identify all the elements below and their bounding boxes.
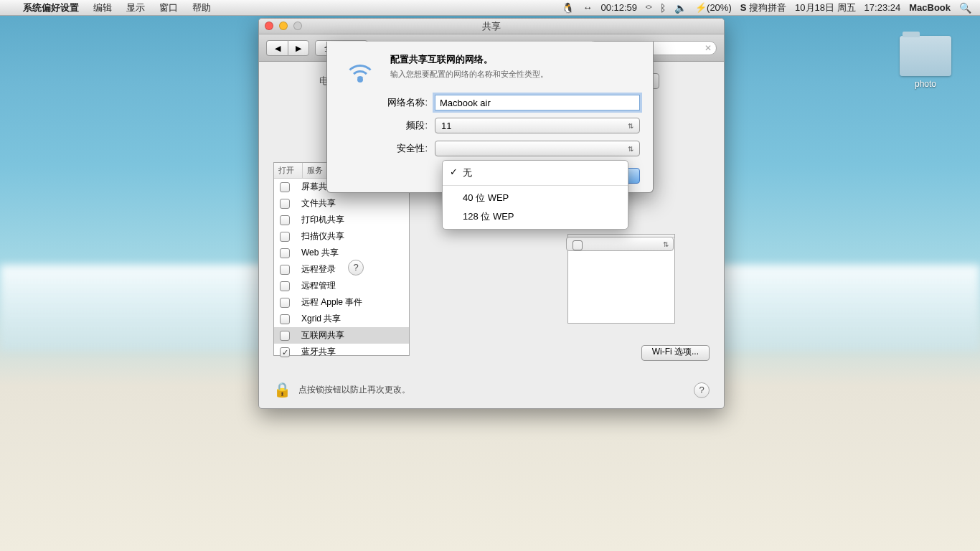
service-checkbox[interactable] [280, 199, 290, 209]
service-row[interactable]: 文件共享 [274, 195, 409, 212]
menu-view[interactable]: 显示 [119, 0, 152, 16]
spotlight-icon[interactable]: 🔍 [959, 2, 971, 14]
minimize-button[interactable] [279, 22, 288, 30]
forward-button[interactable]: ▶ [288, 40, 309, 56]
col-on-header[interactable]: 打开 [274, 163, 303, 178]
wifi-large-icon [340, 53, 380, 85]
service-row[interactable]: Web 共享 [274, 245, 409, 261]
service-label: 远程登录 [301, 263, 336, 276]
network-name-label: 网络名称: [363, 96, 435, 109]
service-checkbox[interactable] [280, 331, 290, 341]
security-label: 安全性: [363, 142, 435, 155]
folder-icon [900, 36, 951, 76]
host-name[interactable]: MacBook [909, 2, 951, 13]
service-checkbox[interactable] [280, 265, 290, 275]
service-row[interactable]: 打印机共享 [274, 212, 409, 228]
service-checkbox[interactable] [280, 215, 290, 225]
zoom-button [293, 22, 302, 30]
menu-help[interactable]: 帮助 [185, 0, 218, 16]
menubar-time: 17:23:24 [864, 2, 901, 13]
folder-label: photo [900, 79, 951, 89]
wifi-icon[interactable]: ⌔ [646, 2, 651, 14]
service-checkbox[interactable] [280, 281, 290, 291]
app-menu[interactable]: 系统偏好设置 [16, 0, 86, 16]
service-label: 打印机共享 [301, 214, 344, 226]
back-button[interactable]: ◀ [266, 40, 288, 56]
sheet-subtitle: 输入您想要配置的网络的名称和安全性类型。 [390, 69, 548, 80]
service-label: 扫描仪共享 [301, 230, 344, 242]
service-label: 互联网共享 [301, 329, 344, 342]
service-label: Xgrid 共享 [301, 313, 341, 325]
wifi-options-button[interactable]: Wi-Fi 选项... [641, 345, 710, 361]
menubar-date[interactable]: 10月18日 周五 [795, 1, 856, 14]
help-icon[interactable]: ? [348, 260, 364, 276]
volume-icon[interactable]: 🔈 [674, 2, 687, 14]
port-checkbox[interactable] [573, 240, 583, 250]
service-label: 远程 Apple 事件 [301, 296, 362, 309]
ime-status[interactable]: S 搜狗拼音 [740, 1, 786, 14]
network-name-input[interactable] [435, 95, 640, 110]
menu-edit[interactable]: 编辑 [86, 0, 119, 16]
service-row[interactable]: ✓蓝牙共享 [274, 344, 409, 360]
sheet-title: 配置共享互联网的网络。 [390, 53, 548, 66]
window-title: 共享 [482, 20, 501, 33]
title-bar[interactable]: 共享 [259, 19, 724, 34]
service-label: 蓝牙共享 [301, 346, 336, 358]
help-icon[interactable]: ? [694, 382, 710, 398]
service-label: Web 共享 [301, 247, 339, 259]
lock-icon[interactable]: 🔒 [273, 381, 291, 398]
service-row[interactable]: Xgrid 共享 [274, 311, 409, 327]
security-dropdown: 无 40 位 WEP 128 位 WEP [442, 160, 628, 230]
service-row[interactable]: 远程登录 [274, 261, 409, 278]
service-label: 远程管理 [301, 280, 336, 292]
qq-icon[interactable]: 🐧 [562, 2, 574, 14]
security-option-none[interactable]: 无 [443, 164, 628, 182]
channel-select[interactable]: 11 [435, 118, 640, 133]
service-checkbox[interactable] [280, 298, 290, 308]
clear-icon[interactable]: ✕ [705, 43, 712, 53]
service-checkbox[interactable] [280, 314, 290, 324]
channel-label: 频段: [363, 119, 435, 132]
security-option-wep40[interactable]: 40 位 WEP [443, 189, 628, 207]
menu-bar: 系统偏好设置 编辑 显示 窗口 帮助 🐧 ↔ 00:12:59 ⌔ ᛒ 🔈 ⚡(… [0, 0, 980, 16]
menu-window[interactable]: 窗口 [152, 0, 185, 16]
service-checkbox[interactable] [280, 182, 290, 192]
close-button[interactable] [265, 22, 273, 30]
desktop-folder[interactable]: photo [900, 36, 951, 89]
service-label: 文件共享 [301, 197, 336, 209]
service-row[interactable]: 扫描仪共享 [274, 228, 409, 245]
service-checkbox[interactable]: ✓ [280, 347, 290, 357]
lock-text: 点按锁按钮以防止再次更改。 [298, 384, 410, 396]
service-row[interactable]: 远程 Apple 事件 [274, 294, 409, 311]
uptime-text: 00:12:59 [600, 2, 637, 13]
service-row[interactable]: 互联网共享 [274, 327, 409, 344]
security-option-wep128[interactable]: 128 位 WEP [443, 207, 628, 226]
service-row[interactable]: 远程管理 [274, 278, 409, 294]
service-checkbox[interactable] [280, 248, 290, 258]
service-checkbox[interactable] [280, 232, 290, 242]
bluetooth-icon[interactable]: ᛒ [660, 2, 666, 14]
battery-status[interactable]: ⚡(20%) [695, 2, 732, 13]
security-select[interactable] [435, 141, 640, 156]
sync-arrow-icon[interactable]: ↔ [583, 2, 592, 13]
